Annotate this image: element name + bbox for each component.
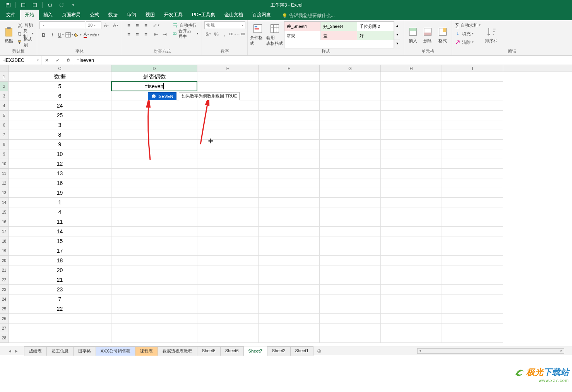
cell[interactable] [381, 236, 442, 246]
column-header[interactable]: H [381, 65, 442, 72]
cell[interactable] [259, 159, 320, 169]
cell[interactable] [197, 72, 259, 82]
menu-tab-PDF工具集[interactable]: PDF工具集 [187, 10, 220, 20]
cell[interactable] [197, 236, 259, 246]
qat-icon-2[interactable] [30, 1, 40, 9]
cell[interactable] [320, 217, 381, 227]
cell[interactable]: 17 [9, 246, 111, 256]
cell[interactable] [197, 324, 259, 333]
cell[interactable] [111, 188, 197, 198]
worksheet-grid[interactable]: CDEFGHI 12345678910111213141516171819202… [0, 65, 572, 346]
cell[interactable] [381, 227, 442, 236]
cell[interactable] [259, 149, 320, 159]
cell[interactable] [111, 236, 197, 246]
align-middle-icon[interactable]: ≡ [133, 21, 142, 29]
cell[interactable] [259, 91, 320, 101]
cell[interactable]: 18 [9, 256, 111, 265]
cell[interactable] [197, 130, 259, 140]
sheet-tab[interactable]: Sheet2 [267, 346, 291, 356]
border-icon[interactable]: ▾ [65, 31, 74, 39]
cell[interactable] [442, 275, 503, 285]
cell[interactable] [259, 140, 320, 149]
cell[interactable]: 是否偶数 [111, 72, 197, 82]
cell[interactable] [442, 120, 503, 130]
cell[interactable] [197, 111, 259, 120]
comma-icon[interactable]: , [220, 30, 228, 38]
cell[interactable] [111, 285, 197, 294]
cell[interactable] [381, 246, 442, 256]
cell[interactable] [259, 324, 320, 333]
cell[interactable] [320, 140, 381, 149]
cell[interactable] [381, 333, 442, 343]
cell[interactable] [111, 111, 197, 120]
cell[interactable] [111, 246, 197, 256]
conditional-format-button[interactable]: 条件格式 [250, 21, 265, 48]
cell[interactable] [381, 265, 442, 275]
cell[interactable] [259, 294, 320, 304]
cell[interactable] [442, 91, 503, 101]
gallery-more-icon[interactable]: ▼ [394, 39, 400, 48]
cell[interactable] [442, 285, 503, 294]
cell[interactable] [442, 159, 503, 169]
function-suggestion[interactable]: fx ISEVEN [148, 92, 176, 100]
font-size-combo[interactable]: 20▾ [86, 21, 101, 29]
row-header[interactable]: 17 [0, 227, 8, 236]
cell[interactable]: 25 [9, 111, 111, 120]
cell[interactable] [259, 120, 320, 130]
cell[interactable] [259, 265, 320, 275]
cell[interactable] [381, 304, 442, 314]
cell[interactable] [197, 294, 259, 304]
cell[interactable] [111, 227, 197, 236]
cell-styles-gallery[interactable]: 差_Sheet4好_Sheet4千位分隔 2常规差好 [284, 21, 394, 48]
cell[interactable] [259, 227, 320, 236]
cell[interactable] [442, 333, 503, 343]
save-icon[interactable] [3, 1, 13, 9]
percent-icon[interactable]: % [212, 30, 221, 38]
row-header[interactable]: 14 [0, 198, 8, 207]
cell[interactable] [111, 265, 197, 275]
cell[interactable] [381, 188, 442, 198]
cell[interactable] [197, 285, 259, 294]
cell[interactable] [259, 285, 320, 294]
cell[interactable] [381, 275, 442, 285]
cell[interactable] [111, 217, 197, 227]
row-header[interactable]: 8 [0, 140, 8, 149]
cell[interactable] [442, 140, 503, 149]
style-cell[interactable]: 千位分隔 2 [357, 22, 394, 31]
cell[interactable] [442, 236, 503, 246]
menu-tab-百度网盘[interactable]: 百度网盘 [248, 10, 276, 20]
row-header[interactable]: 2 [0, 82, 8, 91]
cell[interactable] [381, 130, 442, 140]
cell[interactable] [320, 91, 381, 101]
cell[interactable] [111, 333, 197, 343]
cell[interactable] [197, 178, 259, 188]
font-color-icon[interactable]: A▾ [82, 31, 91, 39]
sheet-tab[interactable]: Sheet7 [243, 347, 267, 356]
bold-icon[interactable]: B [39, 31, 48, 39]
cell[interactable]: 5 [9, 82, 111, 91]
cell[interactable] [442, 130, 503, 140]
cell[interactable] [320, 236, 381, 246]
cell[interactable] [259, 256, 320, 265]
cell[interactable] [442, 101, 503, 111]
autosum-button[interactable]: ∑自动求和▾ [454, 21, 481, 29]
cell[interactable] [381, 140, 442, 149]
cell[interactable] [381, 111, 442, 120]
cell[interactable] [197, 207, 259, 217]
cell[interactable] [442, 217, 503, 227]
qat-icon-1[interactable] [18, 1, 28, 9]
cell[interactable] [259, 246, 320, 256]
table-format-button[interactable]: 套用 表格格式 [267, 21, 283, 48]
cell[interactable]: 15 [9, 236, 111, 246]
cell[interactable] [320, 275, 381, 285]
format-painter-button[interactable]: 格式刷 [17, 38, 34, 46]
cell[interactable] [111, 207, 197, 217]
menu-tab-开发工具[interactable]: 开发工具 [159, 10, 187, 20]
menu-tab-审阅[interactable]: 审阅 [122, 10, 141, 20]
accounting-icon[interactable]: $▾ [204, 30, 212, 38]
cell[interactable] [197, 304, 259, 314]
cell[interactable]: 9 [9, 140, 111, 149]
sheet-tab[interactable]: Sheet5 [197, 346, 221, 356]
row-header[interactable]: 19 [0, 246, 8, 256]
cell[interactable] [381, 120, 442, 130]
